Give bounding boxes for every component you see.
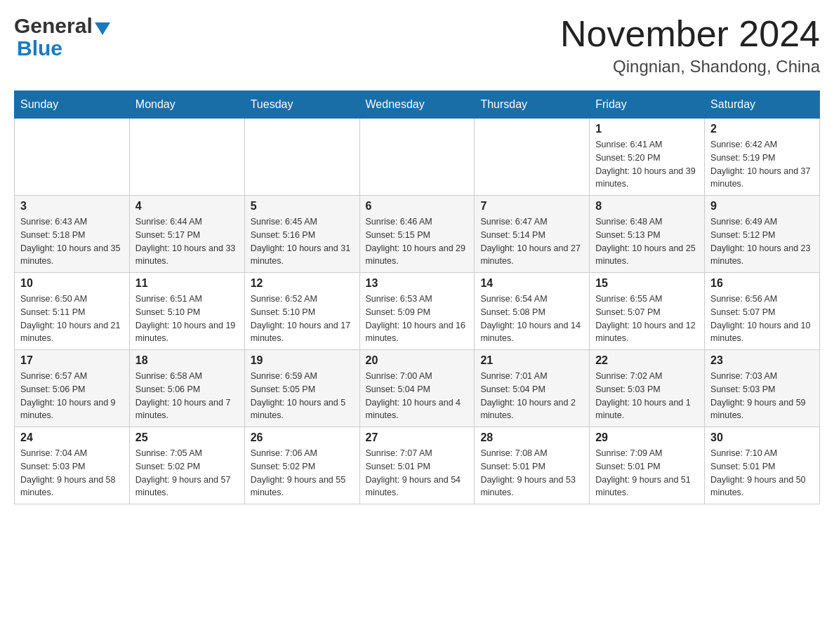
calendar-cell: 19Sunrise: 6:59 AMSunset: 5:05 PMDayligh…	[244, 350, 359, 427]
day-number: 14	[480, 277, 583, 290]
day-number: 7	[480, 200, 583, 213]
logo-general-text: General	[14, 14, 93, 38]
header-tuesday: Tuesday	[244, 91, 359, 119]
calendar-cell: 28Sunrise: 7:08 AMSunset: 5:01 PMDayligh…	[475, 427, 590, 504]
calendar-cell	[475, 119, 590, 196]
calendar-cell: 11Sunrise: 6:51 AMSunset: 5:10 PMDayligh…	[129, 273, 244, 350]
calendar-cell: 4Sunrise: 6:44 AMSunset: 5:17 PMDaylight…	[129, 196, 244, 273]
day-info: Sunrise: 6:52 AMSunset: 5:10 PMDaylight:…	[251, 293, 354, 345]
calendar-cell: 18Sunrise: 6:58 AMSunset: 5:06 PMDayligh…	[129, 350, 244, 427]
day-number: 22	[595, 354, 699, 367]
day-info: Sunrise: 7:01 AMSunset: 5:04 PMDaylight:…	[480, 370, 583, 422]
day-number: 24	[20, 431, 124, 444]
day-info: Sunrise: 6:50 AMSunset: 5:11 PMDaylight:…	[20, 293, 124, 345]
calendar-cell: 15Sunrise: 6:55 AMSunset: 5:07 PMDayligh…	[590, 273, 705, 350]
calendar-cell: 9Sunrise: 6:49 AMSunset: 5:12 PMDaylight…	[705, 196, 820, 273]
calendar-week-2: 3Sunrise: 6:43 AMSunset: 5:18 PMDaylight…	[15, 196, 820, 273]
calendar-cell: 2Sunrise: 6:42 AMSunset: 5:19 PMDaylight…	[705, 119, 820, 196]
day-number: 8	[595, 200, 699, 213]
calendar-week-3: 10Sunrise: 6:50 AMSunset: 5:11 PMDayligh…	[15, 273, 820, 350]
calendar-cell: 12Sunrise: 6:52 AMSunset: 5:10 PMDayligh…	[244, 273, 359, 350]
day-number: 2	[710, 123, 814, 135]
day-info: Sunrise: 6:48 AMSunset: 5:13 PMDaylight:…	[595, 215, 699, 268]
day-number: 10	[20, 277, 124, 290]
calendar-cell: 21Sunrise: 7:01 AMSunset: 5:04 PMDayligh…	[475, 350, 590, 427]
calendar-cell: 13Sunrise: 6:53 AMSunset: 5:09 PMDayligh…	[359, 273, 475, 350]
day-info: Sunrise: 7:09 AMSunset: 5:01 PMDaylight:…	[595, 447, 699, 499]
calendar-cell: 7Sunrise: 6:47 AMSunset: 5:14 PMDaylight…	[475, 196, 590, 273]
day-info: Sunrise: 6:43 AMSunset: 5:18 PMDaylight:…	[20, 215, 124, 268]
day-number: 4	[135, 200, 239, 213]
calendar-cell: 23Sunrise: 7:03 AMSunset: 5:03 PMDayligh…	[705, 350, 820, 427]
calendar-cell: 16Sunrise: 6:56 AMSunset: 5:07 PMDayligh…	[705, 273, 820, 350]
day-info: Sunrise: 6:49 AMSunset: 5:12 PMDaylight:…	[710, 215, 814, 268]
calendar-cell: 6Sunrise: 6:46 AMSunset: 5:15 PMDaylight…	[359, 196, 475, 273]
location-title: Qingnian, Shandong, China	[560, 57, 820, 76]
day-number: 13	[366, 277, 469, 290]
day-number: 28	[480, 431, 583, 444]
day-number: 23	[710, 354, 814, 367]
title-section: November 2024 Qingnian, Shandong, China	[560, 14, 820, 76]
day-info: Sunrise: 6:41 AMSunset: 5:20 PMDaylight:…	[595, 138, 699, 191]
day-info: Sunrise: 7:04 AMSunset: 5:03 PMDaylight:…	[20, 447, 124, 499]
logo-triangle-icon	[95, 22, 110, 35]
day-number: 29	[595, 431, 699, 444]
calendar-cell: 20Sunrise: 7:00 AMSunset: 5:04 PMDayligh…	[359, 350, 475, 427]
calendar-week-1: 1Sunrise: 6:41 AMSunset: 5:20 PMDaylight…	[15, 119, 820, 196]
day-info: Sunrise: 6:58 AMSunset: 5:06 PMDaylight:…	[135, 370, 239, 422]
day-number: 15	[595, 277, 699, 290]
calendar-cell	[15, 119, 130, 196]
day-info: Sunrise: 6:51 AMSunset: 5:10 PMDaylight:…	[135, 293, 239, 345]
day-info: Sunrise: 7:02 AMSunset: 5:03 PMDaylight:…	[595, 370, 699, 422]
month-title: November 2024	[560, 14, 820, 54]
day-number: 6	[366, 200, 469, 213]
day-number: 5	[251, 200, 354, 213]
day-number: 12	[251, 277, 354, 290]
calendar-cell: 24Sunrise: 7:04 AMSunset: 5:03 PMDayligh…	[15, 427, 130, 504]
day-info: Sunrise: 7:08 AMSunset: 5:01 PMDaylight:…	[480, 447, 583, 499]
calendar-cell: 14Sunrise: 6:54 AMSunset: 5:08 PMDayligh…	[475, 273, 590, 350]
header-saturday: Saturday	[705, 91, 820, 119]
calendar-cell: 27Sunrise: 7:07 AMSunset: 5:01 PMDayligh…	[359, 427, 475, 504]
calendar-cell: 3Sunrise: 6:43 AMSunset: 5:18 PMDaylight…	[15, 196, 130, 273]
day-number: 20	[366, 354, 469, 367]
page-header: General Blue November 2024 Qingnian, Sha…	[14, 14, 820, 76]
day-info: Sunrise: 7:03 AMSunset: 5:03 PMDaylight:…	[710, 370, 814, 422]
calendar-cell	[359, 119, 475, 196]
calendar-header-row: Sunday Monday Tuesday Wednesday Thursday…	[15, 91, 820, 119]
calendar-week-5: 24Sunrise: 7:04 AMSunset: 5:03 PMDayligh…	[15, 427, 820, 504]
calendar-cell: 8Sunrise: 6:48 AMSunset: 5:13 PMDaylight…	[590, 196, 705, 273]
header-thursday: Thursday	[475, 91, 590, 119]
day-info: Sunrise: 6:45 AMSunset: 5:16 PMDaylight:…	[251, 215, 354, 268]
day-info: Sunrise: 7:10 AMSunset: 5:01 PMDaylight:…	[710, 447, 814, 499]
day-number: 16	[710, 277, 814, 290]
logo: General Blue	[14, 14, 110, 60]
day-info: Sunrise: 6:44 AMSunset: 5:17 PMDaylight:…	[135, 215, 239, 268]
day-info: Sunrise: 7:00 AMSunset: 5:04 PMDaylight:…	[366, 370, 469, 422]
day-info: Sunrise: 6:46 AMSunset: 5:15 PMDaylight:…	[366, 215, 469, 268]
calendar-cell: 30Sunrise: 7:10 AMSunset: 5:01 PMDayligh…	[705, 427, 820, 504]
day-number: 3	[20, 200, 124, 213]
calendar-table: Sunday Monday Tuesday Wednesday Thursday…	[14, 90, 820, 504]
day-number: 19	[251, 354, 354, 367]
calendar-cell: 1Sunrise: 6:41 AMSunset: 5:20 PMDaylight…	[590, 119, 705, 196]
day-number: 18	[135, 354, 239, 367]
calendar-cell: 5Sunrise: 6:45 AMSunset: 5:16 PMDaylight…	[244, 196, 359, 273]
calendar-cell: 22Sunrise: 7:02 AMSunset: 5:03 PMDayligh…	[590, 350, 705, 427]
day-info: Sunrise: 6:42 AMSunset: 5:19 PMDaylight:…	[710, 138, 814, 191]
header-monday: Monday	[129, 91, 244, 119]
calendar-cell: 25Sunrise: 7:05 AMSunset: 5:02 PMDayligh…	[129, 427, 244, 504]
day-number: 1	[595, 123, 699, 135]
header-wednesday: Wednesday	[359, 91, 475, 119]
calendar-cell: 17Sunrise: 6:57 AMSunset: 5:06 PMDayligh…	[15, 350, 130, 427]
day-number: 21	[480, 354, 583, 367]
day-info: Sunrise: 6:54 AMSunset: 5:08 PMDaylight:…	[480, 293, 583, 345]
header-sunday: Sunday	[15, 91, 130, 119]
calendar-cell: 26Sunrise: 7:06 AMSunset: 5:02 PMDayligh…	[244, 427, 359, 504]
calendar-cell: 29Sunrise: 7:09 AMSunset: 5:01 PMDayligh…	[590, 427, 705, 504]
calendar-cell	[129, 119, 244, 196]
day-number: 9	[710, 200, 814, 213]
day-number: 30	[710, 431, 814, 444]
day-info: Sunrise: 6:57 AMSunset: 5:06 PMDaylight:…	[20, 370, 124, 422]
day-number: 17	[20, 354, 124, 367]
